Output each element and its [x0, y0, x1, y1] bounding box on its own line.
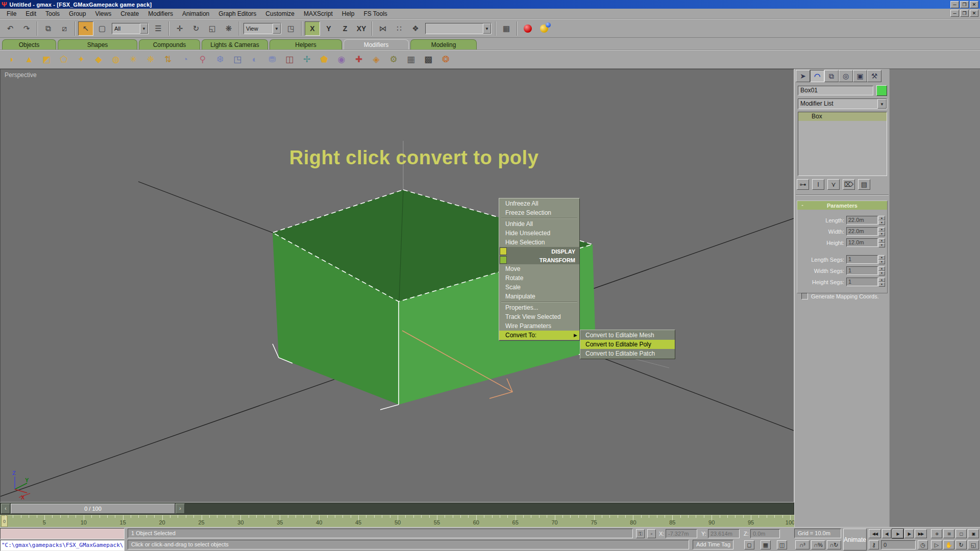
play-button[interactable]: ▶	[892, 529, 903, 538]
time-slider-prev-arrow[interactable]: ‹	[1, 504, 10, 514]
modifier-button[interactable]: ◗	[4, 53, 19, 67]
restrict-to-y-button[interactable]: Y	[321, 21, 336, 36]
menu-item[interactable]: Views	[90, 9, 116, 18]
modifier-stack-item[interactable]: Box	[798, 112, 887, 121]
modifier-button[interactable]: ✚	[351, 53, 366, 67]
modifier-button[interactable]: ✦	[74, 53, 89, 67]
z-coord-field[interactable]: 0.0m	[750, 529, 780, 538]
zoom-button[interactable]: ⊕	[931, 529, 942, 538]
submenu-item[interactable]: Convert to Editable Patch	[580, 349, 675, 358]
context-menu-item[interactable]: Track View Selected ▶	[499, 312, 579, 321]
arc-rotate-button[interactable]: ↻	[955, 540, 967, 549]
modifier-button[interactable]: ❆	[212, 53, 228, 67]
selection-filter-dropdown[interactable]: All▼	[112, 23, 149, 34]
parameter-value-field[interactable]: 1	[846, 266, 878, 275]
modifier-button[interactable]: ◩	[39, 53, 54, 67]
tab[interactable]: Modifiers	[344, 39, 409, 49]
select-and-move-button[interactable]: ✛	[172, 21, 187, 36]
select-by-name-button[interactable]: ☰	[151, 21, 166, 36]
maxscript-listener-input[interactable]: "C:\gmax\gamepacks\FSX_GMaxGamepack\"	[0, 540, 125, 551]
maximize-button[interactable]: ❐	[960, 1, 969, 8]
tab[interactable]: Lights & Cameras	[202, 39, 268, 49]
modifier-button[interactable]: ▩	[421, 53, 436, 67]
modifier-button[interactable]: ⚲	[195, 53, 210, 67]
context-menu-item[interactable]: ▶	[501, 302, 577, 303]
context-menu-item[interactable]: TRANSFORM ▶	[499, 256, 579, 264]
modifier-button[interactable]: ⬟	[316, 53, 332, 67]
spinner[interactable]: ▲▼	[878, 238, 885, 247]
parameter-value-field[interactable]: 1	[846, 278, 878, 286]
select-and-manipulate-button[interactable]: ❋	[221, 21, 236, 36]
material-editor-button[interactable]	[520, 21, 535, 36]
tab[interactable]: Shapes	[58, 39, 137, 49]
modifier-button[interactable]: ▲	[21, 53, 37, 67]
spinner[interactable]: ▲▼	[878, 266, 885, 275]
tab-utilities[interactable]: ⚒	[867, 70, 881, 82]
modifier-button[interactable]: ◈	[369, 53, 384, 67]
selection-region-mode-button[interactable]: ▦	[761, 540, 771, 549]
modifier-button[interactable]: ▦	[403, 53, 419, 67]
tab-motion[interactable]: ◎	[839, 70, 853, 82]
tab-modify[interactable]: ◠	[810, 70, 824, 82]
current-frame-field[interactable]: 0	[881, 540, 916, 549]
generate-mapping-coords-checkbox[interactable]	[801, 293, 808, 299]
modifier-list-dropdown[interactable]: Modifier List ▼	[798, 98, 887, 109]
minimize-button[interactable]: ─	[950, 1, 959, 8]
context-menu-item[interactable]: Hide Selection ▶	[499, 238, 579, 247]
dropdown-arrow-icon[interactable]: ▼	[273, 23, 281, 34]
select-and-link-button[interactable]: ⧉	[40, 21, 56, 36]
context-menu-item[interactable]: Manipulate ▶	[499, 292, 579, 301]
select-object-button[interactable]: ↖	[78, 21, 93, 36]
menu-item[interactable]: Tools	[41, 9, 64, 18]
child-minimize-button[interactable]: ─	[950, 10, 959, 17]
child-restore-button[interactable]: ❐	[960, 10, 969, 17]
track-bar[interactable]: 0 51015202530354045505560657075808590951…	[0, 515, 794, 527]
animate-button[interactable]: Animate	[843, 529, 867, 550]
tab[interactable]: Compounds	[139, 39, 200, 49]
min-max-toggle-button[interactable]: ◱	[968, 540, 979, 549]
modifier-button[interactable]: ◆	[91, 53, 106, 67]
zoom-extents-all-button[interactable]: ▣	[968, 529, 979, 538]
rectangular-selection-region-button[interactable]: ▢	[94, 21, 110, 36]
degradation-override-button[interactable]: ◻	[744, 540, 754, 549]
restrict-to-x-button[interactable]: X	[305, 21, 320, 36]
parameter-value-field[interactable]: 1	[846, 255, 878, 264]
time-slider-button[interactable]: 0 / 100	[11, 504, 175, 514]
named-selection-sets-dropdown[interactable]: ▼	[425, 23, 492, 34]
menu-item[interactable]: Modifiers	[143, 9, 178, 18]
add-time-tag[interactable]: Add Time Tag	[693, 540, 733, 549]
select-and-rotate-button[interactable]: ↻	[188, 21, 204, 36]
time-configuration-button[interactable]: ◷	[918, 540, 928, 549]
zoom-extents-button[interactable]: ▢	[955, 529, 967, 538]
zoom-region-button[interactable]: ⊞	[943, 529, 954, 538]
go-to-start-button[interactable]: ◀◀	[869, 529, 881, 538]
spinner[interactable]: ▲▼	[878, 278, 885, 286]
viewport-label[interactable]: Perspective	[5, 71, 37, 79]
context-menu-item[interactable]: Rotate ▶	[499, 273, 579, 283]
dropdown-arrow-icon[interactable]: ▼	[483, 23, 491, 34]
next-frame-button[interactable]: |▶	[904, 529, 914, 538]
context-menu-item[interactable]: Convert To: ▶	[499, 331, 579, 340]
track-bar-marker[interactable]: 0	[1, 515, 8, 527]
context-menu-item[interactable]: Wire Parameters ▶	[499, 321, 579, 331]
use-pivot-point-center-button[interactable]: ◳	[283, 21, 299, 36]
menu-item[interactable]: File	[2, 9, 21, 18]
child-close-button[interactable]: ✕	[970, 10, 978, 17]
modifier-button[interactable]: ⇅	[160, 53, 176, 67]
spinner[interactable]: ▲▼	[878, 227, 885, 236]
redo-button[interactable]: ↷	[19, 21, 34, 36]
modifier-button[interactable]: ❂	[438, 53, 453, 67]
crossing-selection-button[interactable]: ◫	[777, 540, 787, 549]
context-menu-item[interactable]: Hide Unselected ▶	[499, 229, 579, 238]
undo-button[interactable]: ↶	[3, 21, 18, 36]
menu-item[interactable]: MAXScript	[299, 9, 337, 18]
object-name-field[interactable]: Box01	[798, 86, 873, 95]
spinner[interactable]: ▲▼	[878, 255, 885, 264]
modifier-button[interactable]: ⛃	[264, 53, 280, 67]
context-menu-item[interactable]: Unhide All ▶	[499, 219, 579, 229]
modifier-button[interactable]: ◫	[282, 53, 297, 67]
field-of-view-button[interactable]: ▷	[931, 540, 942, 549]
context-menu-item[interactable]: Move ▶	[499, 264, 579, 273]
tab-display[interactable]: ▣	[853, 70, 867, 82]
menu-item[interactable]: Group	[64, 9, 90, 18]
